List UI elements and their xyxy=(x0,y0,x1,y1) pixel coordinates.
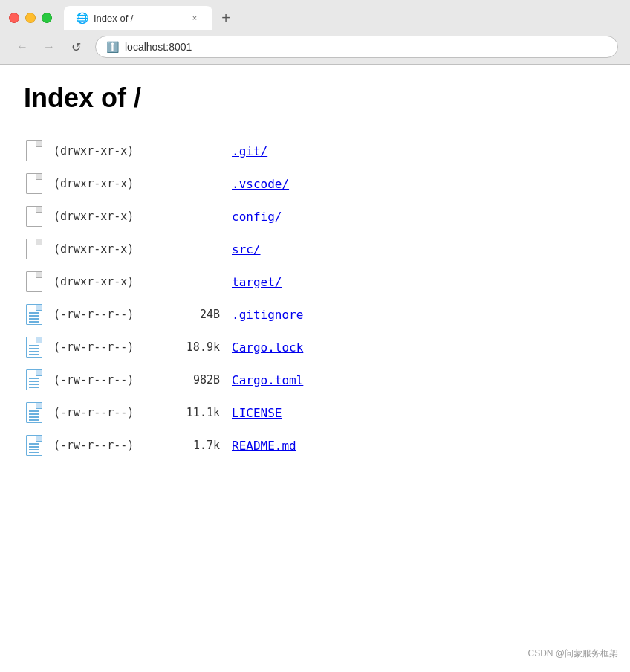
file-size: 11.1k xyxy=(172,406,232,419)
file-permissions: (drwxr-xr-x) xyxy=(53,177,172,190)
file-permissions: (drwxr-xr-x) xyxy=(53,242,172,256)
file-size: 24B xyxy=(172,308,232,321)
file-link[interactable]: config/ xyxy=(232,210,282,224)
list-item: (drwxr-xr-x)config/ xyxy=(24,200,606,233)
file-link[interactable]: README.md xyxy=(232,439,296,453)
file-icon xyxy=(24,204,45,228)
list-item: (drwxr-xr-x).git/ xyxy=(24,135,606,167)
file-link[interactable]: src/ xyxy=(232,242,261,256)
file-size: 982B xyxy=(172,373,232,387)
list-item: (drwxr-xr-x)target/ xyxy=(24,265,606,298)
file-permissions: (drwxr-xr-x) xyxy=(53,275,172,288)
file-permissions: (-rw-r--r--) xyxy=(53,308,172,321)
browser-chrome: 🌐 Index of / × + ← → ↺ ℹ️ localhost:8001 xyxy=(0,0,630,65)
security-icon: ℹ️ xyxy=(106,41,119,53)
file-list: (drwxr-xr-x).git/(drwxr-xr-x).vscode/(dr… xyxy=(24,135,606,462)
active-tab[interactable]: 🌐 Index of / × xyxy=(64,6,212,30)
file-icon xyxy=(24,139,45,163)
url-text: localhost:8001 xyxy=(125,41,192,53)
file-size: 18.9k xyxy=(172,340,232,354)
file-icon xyxy=(24,270,45,294)
file-permissions: (-rw-r--r--) xyxy=(53,340,172,354)
page-title: Index of / xyxy=(24,83,606,114)
file-permissions: (-rw-r--r--) xyxy=(53,373,172,387)
file-permissions: (drwxr-xr-x) xyxy=(53,210,172,223)
nav-buttons: ← → ↺ xyxy=(12,36,86,57)
close-button[interactable] xyxy=(9,13,19,23)
new-tab-button[interactable]: + xyxy=(215,7,236,28)
file-size: 1.7k xyxy=(172,439,232,452)
file-link[interactable]: target/ xyxy=(232,275,282,289)
url-bar[interactable]: ℹ️ localhost:8001 xyxy=(95,36,618,58)
forward-button[interactable]: → xyxy=(39,36,59,57)
file-icon xyxy=(24,368,45,392)
file-permissions: (-rw-r--r--) xyxy=(53,439,172,452)
tab-favicon: 🌐 xyxy=(76,12,88,24)
file-permissions: (-rw-r--r--) xyxy=(53,406,172,419)
file-link[interactable]: LICENSE xyxy=(232,406,282,420)
file-link[interactable]: Cargo.toml xyxy=(232,373,303,387)
file-icon xyxy=(24,433,45,457)
tab-title: Index of / xyxy=(94,13,183,24)
list-item: (drwxr-xr-x).vscode/ xyxy=(24,167,606,200)
file-icon xyxy=(24,303,45,326)
back-button[interactable]: ← xyxy=(12,36,33,57)
tab-bar: 🌐 Index of / × + xyxy=(0,0,630,30)
file-icon xyxy=(24,335,45,359)
file-link[interactable]: .vscode/ xyxy=(232,177,289,191)
file-icon xyxy=(24,237,45,261)
list-item: (-rw-r--r--)982BCargo.toml xyxy=(24,364,606,396)
maximize-button[interactable] xyxy=(42,13,52,23)
list-item: (-rw-r--r--)1.7kREADME.md xyxy=(24,429,606,462)
list-item: (-rw-r--r--)24B.gitignore xyxy=(24,298,606,331)
address-bar: ← → ↺ ℹ️ localhost:8001 xyxy=(0,30,630,64)
file-link[interactable]: .git/ xyxy=(232,144,267,158)
file-link[interactable]: Cargo.lock xyxy=(232,340,303,355)
file-permissions: (drwxr-xr-x) xyxy=(53,144,172,158)
file-link[interactable]: .gitignore xyxy=(232,308,303,322)
tab-close-button[interactable]: × xyxy=(189,12,201,24)
page-content: Index of / (drwxr-xr-x).git/(drwxr-xr-x)… xyxy=(0,65,630,479)
minimize-button[interactable] xyxy=(25,13,36,23)
list-item: (-rw-r--r--)18.9kCargo.lock xyxy=(24,331,606,364)
reload-button[interactable]: ↺ xyxy=(65,36,86,57)
watermark: CSDN @问蒙服务框架 xyxy=(527,647,618,660)
file-icon xyxy=(24,172,45,196)
file-icon xyxy=(24,401,45,424)
traffic-lights xyxy=(9,13,52,23)
list-item: (-rw-r--r--)11.1kLICENSE xyxy=(24,396,606,429)
list-item: (drwxr-xr-x)src/ xyxy=(24,233,606,265)
